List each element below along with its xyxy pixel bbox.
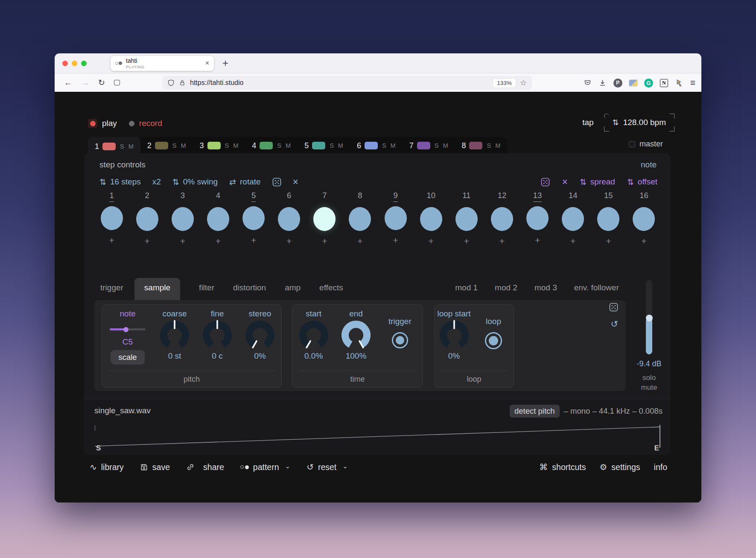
note-value[interactable]: C5 [123,337,133,347]
step-pad[interactable] [278,207,300,231]
volume-slider-thumb[interactable] [646,315,653,321]
tab-trigger[interactable]: trigger [100,278,123,298]
track-color-swatch[interactable] [102,143,116,150]
track-solo-button[interactable]: S [120,143,124,150]
step-add-button[interactable]: + [251,235,256,245]
track-tab-3[interactable]: 3SM [193,137,245,154]
share-button[interactable]: share [186,462,224,472]
swing-control[interactable]: ⇅ 0% swing [172,177,218,187]
downloads-icon[interactable] [598,79,607,87]
tab-mod-2[interactable]: mod 2 [495,278,517,298]
tab-filter[interactable]: filter [199,278,214,298]
reset-sample-icon[interactable]: ↺ [610,319,618,329]
step-add-button[interactable]: + [570,236,575,246]
note-slider[interactable] [110,328,146,330]
detect-pitch-button[interactable]: detect pitch [510,405,560,418]
spread-control[interactable]: ⇅ spread [580,177,615,187]
track-color-swatch[interactable] [469,142,482,149]
record-button[interactable]: record [129,119,162,128]
forward-button[interactable]: → [81,78,89,88]
step-add-button[interactable]: + [216,236,221,246]
volume-db-value[interactable]: -9.4 dB [629,359,669,368]
coarse-knob[interactable] [158,319,191,351]
track-mute-button[interactable]: M [286,142,291,149]
tap-tempo-button[interactable]: tap [582,118,593,127]
track-color-swatch[interactable] [365,142,378,149]
track-tab-7[interactable]: 7SM [403,137,455,154]
notion-icon[interactable]: N [660,79,668,87]
step-pad[interactable] [526,206,549,230]
start-marker[interactable]: S [96,444,101,453]
url-text[interactable]: https://tahti.studio [190,79,243,87]
stereo-knob[interactable] [244,319,276,351]
menu-icon[interactable]: ≡ [690,78,695,88]
tab-env-follower[interactable]: env. follower [574,278,619,298]
fine-knob[interactable] [201,319,234,351]
zoom-window-button[interactable] [81,61,87,66]
track-mute-button[interactable]: M [391,142,396,149]
step-pad[interactable] [172,207,194,231]
step-pad[interactable] [136,207,158,231]
step-pad[interactable] [385,206,407,230]
step-add-button[interactable]: + [499,236,505,246]
track-mute-button[interactable]: M [128,143,134,150]
track-mute-button[interactable]: M [443,142,448,149]
track-mute-button[interactable]: M [338,142,343,149]
address-bar[interactable]: https://tahti.studio 133% ☆ [162,76,532,90]
bpm-value[interactable]: 128.00 bpm [623,118,666,127]
step-add-button[interactable]: + [109,235,114,245]
lock-icon[interactable] [179,79,186,87]
step-pad[interactable] [597,207,619,231]
track-color-swatch[interactable] [417,142,430,149]
tab-amp[interactable]: amp [285,278,301,298]
end-marker[interactable]: E [654,444,659,453]
grammarly-icon[interactable]: G [644,79,653,88]
pocket-icon[interactable] [584,79,592,87]
randomize-steps-button[interactable] [272,178,281,187]
step-add-button[interactable]: + [180,236,185,246]
clear-values-button[interactable]: × [562,177,567,187]
mute-button[interactable]: mute [629,383,669,392]
shortcuts-button[interactable]: ⌘ shortcuts [539,462,586,472]
track-tab-6[interactable]: 6SM [350,137,403,154]
reset-button[interactable]: ↺ reset ⌄ [306,462,348,472]
track-solo-button[interactable]: S [172,142,177,149]
tab-mod-1[interactable]: mod 1 [455,278,478,298]
step-add-button[interactable]: + [641,236,646,246]
track-color-swatch[interactable] [312,142,325,149]
tab-distortion[interactable]: distortion [233,278,266,298]
new-tab-button[interactable]: + [222,57,228,69]
track-mute-button[interactable]: M [495,142,500,149]
end-knob[interactable] [340,319,372,351]
browser-tab[interactable]: tahti PLAYING × [111,56,214,71]
note-slider-thumb[interactable] [123,327,128,332]
settings-button[interactable]: ⚙ settings [599,462,640,472]
tab-close-icon[interactable]: × [205,59,209,67]
step-add-button[interactable]: + [535,235,540,245]
reload-button[interactable]: ↻ [98,78,105,88]
step-add-button[interactable]: + [464,236,469,246]
track-solo-button[interactable]: S [382,142,386,149]
randomize-sample-button[interactable] [609,303,618,312]
shield-icon[interactable] [167,79,175,87]
library-button[interactable]: ∿ library [90,462,124,472]
loop-toggle[interactable] [485,332,502,349]
master-checkbox[interactable] [629,141,635,147]
step-pad[interactable] [420,207,442,231]
tab-effects[interactable]: effects [319,278,343,298]
step-pad[interactable] [562,207,584,231]
screenshot-icon[interactable] [114,80,120,85]
multiplier-control[interactable]: x2 [152,177,161,187]
track-solo-button[interactable]: S [487,142,491,149]
back-button[interactable]: ← [64,78,72,88]
bpm-updown-icon[interactable]: ⇅ [613,118,619,127]
track-mute-button[interactable]: M [181,142,186,149]
track-solo-button[interactable]: S [277,142,281,149]
track-mute-button[interactable]: M [233,142,238,149]
track-tab-4[interactable]: 4SM [245,137,298,154]
note-mode-label[interactable]: note [641,160,657,169]
tab-sample[interactable]: sample [134,278,180,300]
step-add-button[interactable]: + [322,236,327,246]
track-color-swatch[interactable] [155,142,168,149]
track-color-swatch[interactable] [260,142,273,149]
